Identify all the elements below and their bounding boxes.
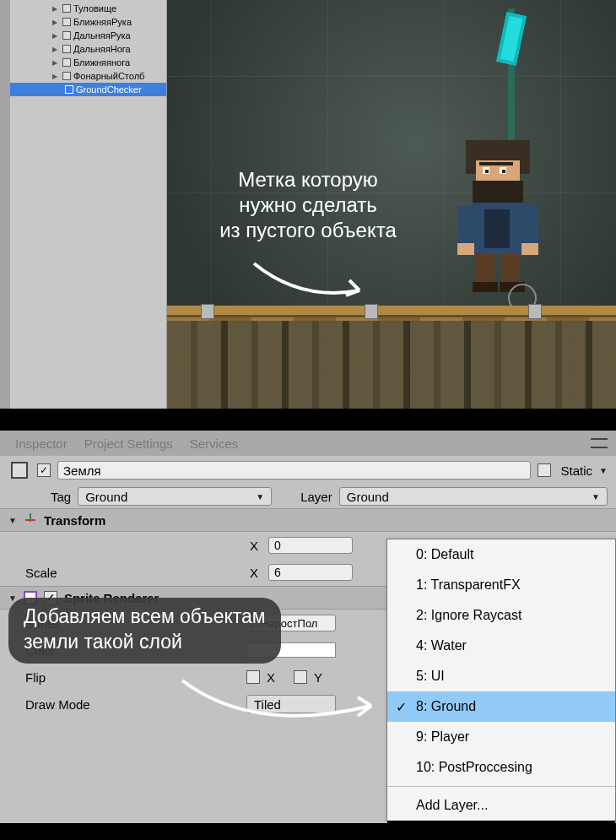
layer-option-label: 1: TransparentFX <box>416 577 521 593</box>
add-layer-label: Add Layer... <box>416 798 488 813</box>
gameobject-icon <box>8 459 30 481</box>
scene-and-hierarchy: ▶ Туловище ▶ БлижняяРука ▶ ДальняяРука ▶… <box>0 0 616 409</box>
menu-separator <box>387 786 615 787</box>
hierarchy-item[interactable]: ▶ Туловище <box>0 2 166 15</box>
foldout-icon[interactable]: ▶ <box>52 5 60 13</box>
nail-sprite <box>528 304 542 319</box>
transform-header[interactable]: ▼ Transform <box>0 508 616 532</box>
tag-value: Ground <box>85 490 127 504</box>
axis-x-label: X <box>246 539 262 553</box>
hierarchy-panel[interactable]: ▶ Туловище ▶ БлижняяРука ▶ ДальняяРука ▶… <box>0 0 167 409</box>
scale-label: Scale <box>25 566 240 580</box>
gameobject-icon <box>62 17 72 27</box>
hierarchy-item[interactable]: ▶ ДальняяНога <box>0 42 166 56</box>
character-sprite <box>447 118 548 304</box>
gameobject-icon <box>62 44 72 54</box>
layer-option[interactable]: 1: TransparentFX <box>387 570 615 600</box>
layer-option-label: 2: Ignore Raycast <box>416 608 521 623</box>
hierarchy-item-label: ДальняяНога <box>73 44 131 54</box>
static-checkbox[interactable] <box>538 463 551 477</box>
hierarchy-item-label: Ближняянога <box>73 57 130 68</box>
ground-under-tiles <box>167 321 616 409</box>
hierarchy-item-label: ФонарныйСтолб <box>73 71 144 81</box>
annotation-label: Добавляем всем объектам земли такой слой <box>8 598 281 664</box>
hierarchy-item-label: Туловище <box>73 3 116 14</box>
layer-option[interactable]: 9: Player <box>387 722 615 752</box>
layer-value: Ground <box>347 490 389 504</box>
layer-option-label: 5: UI <box>416 669 445 684</box>
foldout-icon[interactable]: ▶ <box>52 59 60 67</box>
tag-label: Tag <box>51 490 71 504</box>
gameobject-icon <box>62 71 72 81</box>
annotation-arrow-icon <box>177 675 386 743</box>
annotation-line: Метка которую <box>186 167 430 192</box>
layer-option-label: 10: PostProccesing <box>416 760 532 775</box>
layer-option-label: 0: Default <box>416 547 473 562</box>
hierarchy-item-label: ДальняяРука <box>73 30 131 41</box>
static-label: Static <box>558 463 593 478</box>
panel-menu-icon[interactable] <box>591 438 608 448</box>
hierarchy-item[interactable]: ▶ БлижняяРука <box>0 15 166 29</box>
layer-option[interactable]: 2: Ignore Raycast <box>387 600 615 631</box>
layer-option[interactable]: 4: Water <box>387 631 615 661</box>
annotation-arrow-icon <box>250 255 376 306</box>
layer-option-label: 4: Water <box>416 638 467 653</box>
tab-services[interactable]: Services <box>190 436 239 451</box>
tab-inspector[interactable]: Inspector <box>15 436 68 451</box>
hierarchy-item-label: БлижняяРука <box>73 17 132 27</box>
chevron-down-icon: ▼ <box>256 492 264 501</box>
hierarchy-item-label: GroundChecker <box>76 84 142 95</box>
foldout-icon[interactable]: ▶ <box>52 46 60 53</box>
gameobject-icon <box>62 3 72 14</box>
gameobject-icon <box>62 30 72 41</box>
annotation-line: земли такой слой <box>24 630 266 655</box>
active-checkbox[interactable]: ✓ <box>37 463 51 477</box>
axis-x-label: X <box>246 566 262 580</box>
annotation-label: Метка которую нужно сделать из пустого о… <box>186 167 430 243</box>
chevron-down-icon: ▼ <box>592 492 600 501</box>
hierarchy-item[interactable]: ▶ Ближняянога <box>0 56 166 69</box>
inspector-panel: Inspector Project Settings Services ✓ St… <box>0 431 616 832</box>
hierarchy-item[interactable]: ▶ ФонарныйСтолб <box>0 69 166 83</box>
layer-dropdown-menu: 0: Default 1: TransparentFX 2: Ignore Ra… <box>386 539 616 821</box>
layer-option[interactable]: 0: Default <box>387 539 615 570</box>
layer-option-label: 8: Ground <box>416 699 476 714</box>
annotation-line: нужно сделать <box>186 192 430 218</box>
add-layer-option[interactable]: Add Layer... <box>387 790 615 821</box>
hierarchy-item[interactable]: ▶ ДальняяРука <box>0 29 166 42</box>
hierarchy-item-selected[interactable]: GroundChecker <box>0 83 166 96</box>
tag-dropdown[interactable]: Ground ▼ <box>78 487 272 506</box>
layer-label: Layer <box>300 490 332 504</box>
staff-gem-sprite <box>496 12 527 66</box>
foldout-icon[interactable]: ▶ <box>52 73 60 80</box>
inspector-tabs: Inspector Project Settings Services <box>0 431 616 456</box>
position-x-input[interactable] <box>268 537 353 554</box>
transform-title: Transform <box>44 513 105 528</box>
layer-option[interactable]: 10: PostProccesing <box>387 752 615 783</box>
hierarchy-gutter <box>0 0 10 409</box>
annotation-line: Добавляем всем объектам <box>24 604 266 630</box>
layer-option[interactable]: 5: UI <box>387 661 615 691</box>
layer-dropdown[interactable]: Ground ▼ <box>339 487 608 506</box>
annotation-line: из пустого объекта <box>186 218 430 243</box>
foldout-icon[interactable]: ▶ <box>52 19 60 26</box>
gameobject-icon <box>62 57 72 68</box>
nail-sprite <box>201 304 214 319</box>
layer-option-label: 9: Player <box>416 729 469 745</box>
foldout-icon[interactable]: ▼ <box>8 516 17 525</box>
chevron-down-icon[interactable]: ▼ <box>599 466 608 475</box>
scale-x-input[interactable] <box>268 564 353 581</box>
transform-icon <box>24 513 37 527</box>
nail-sprite <box>365 304 378 319</box>
object-name-input[interactable] <box>57 461 531 480</box>
gameobject-icon <box>64 84 74 95</box>
tab-project-settings[interactable]: Project Settings <box>84 436 173 451</box>
foldout-icon[interactable]: ▶ <box>52 32 60 40</box>
layer-option-selected[interactable]: 8: Ground <box>387 691 615 722</box>
